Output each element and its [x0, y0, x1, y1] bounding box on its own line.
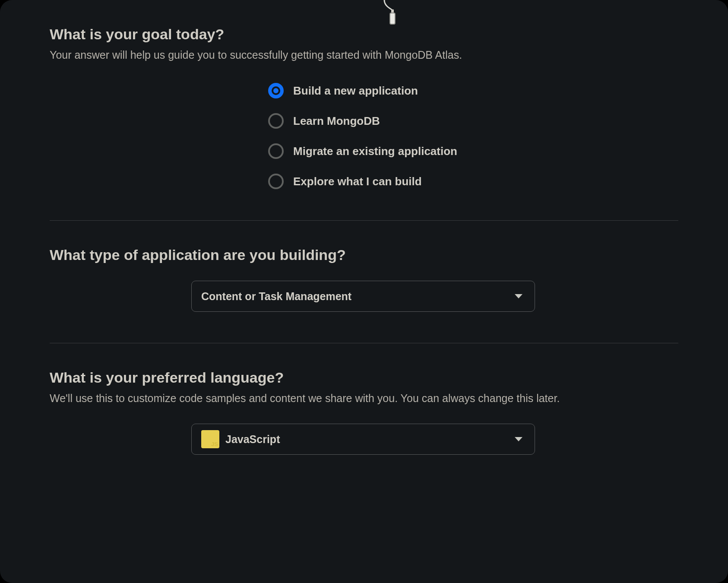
- radio-label: Learn MongoDB: [293, 114, 380, 128]
- goal-radio-group: Build a new application Learn MongoDB Mi…: [268, 83, 678, 189]
- language-subtext: We'll use this to customize code samples…: [50, 392, 678, 405]
- radio-unselected-icon: [268, 113, 284, 129]
- goal-subtext: Your answer will help us guide you to su…: [50, 49, 678, 61]
- goal-question: What is your goal today?: [50, 26, 678, 43]
- language-question: What is your preferred language?: [50, 369, 678, 386]
- select-value: JavaScript: [225, 433, 515, 446]
- onboarding-form: What is your goal today? Your answer wil…: [0, 0, 728, 583]
- select-value: Content or Task Management: [201, 290, 515, 303]
- goal-option-explore[interactable]: Explore what I can build: [268, 174, 678, 189]
- radio-label: Explore what I can build: [293, 175, 422, 188]
- radio-unselected-icon: [268, 174, 284, 189]
- radio-unselected-icon: [268, 143, 284, 159]
- radio-label: Build a new application: [293, 84, 418, 98]
- chevron-down-icon: [515, 437, 522, 441]
- goal-option-migrate[interactable]: Migrate an existing application: [268, 143, 678, 159]
- app-type-section: What type of application are you buildin…: [50, 220, 678, 312]
- goal-option-learn[interactable]: Learn MongoDB: [268, 113, 678, 129]
- goal-option-build[interactable]: Build a new application: [268, 83, 678, 98]
- javascript-icon: JS: [201, 430, 219, 448]
- chevron-down-icon: [515, 294, 522, 298]
- radio-label: Migrate an existing application: [293, 145, 457, 158]
- language-select[interactable]: JS JavaScript: [191, 424, 535, 455]
- app-type-select[interactable]: Content or Task Management: [191, 281, 535, 312]
- goal-section: What is your goal today? Your answer wil…: [50, 0, 678, 189]
- language-section: What is your preferred language? We'll u…: [50, 343, 678, 455]
- radio-selected-icon: [268, 83, 284, 98]
- app-type-question: What type of application are you buildin…: [50, 247, 678, 263]
